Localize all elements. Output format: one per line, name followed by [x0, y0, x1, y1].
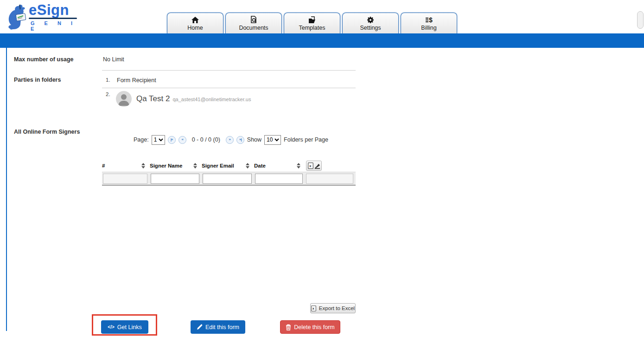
brand-subtitle: G E N I E: [31, 20, 83, 32]
tab-settings[interactable]: Settings: [342, 13, 399, 33]
per-page-label: Folders per Page: [284, 136, 328, 143]
sort-icon[interactable]: [193, 163, 197, 168]
trash-icon: [286, 324, 291, 331]
previous-page-button[interactable]: «: [179, 136, 186, 144]
column-header-signer-name[interactable]: Signer Name: [150, 163, 202, 168]
esign-genie-page: eSign G E N I E Home Documents Templates…: [0, 0, 644, 337]
logo-text: eSign G E N I E: [29, 3, 83, 32]
show-label: Show: [247, 136, 261, 143]
export-label: Export to Excel: [319, 305, 355, 311]
tab-templates[interactable]: Templates: [284, 13, 340, 33]
signers-section-label: All Online Form Signers: [14, 129, 80, 135]
tab-billing[interactable]: $ Billing: [401, 13, 457, 33]
party-name: Qa Test 2qa_astest41@onlinetimetracker.u…: [136, 94, 251, 104]
edit-form-button[interactable]: Edit this form: [191, 320, 245, 334]
table-header-row: # Signer Name Signer Email Date x: [102, 160, 356, 172]
svg-text:x: x: [309, 164, 312, 168]
party-index: 2.: [106, 91, 110, 97]
pagination-bar: Page: 1 |« « 0 - 0 / 0 (0) » »| Show 10 …: [134, 134, 328, 145]
sort-icon[interactable]: [141, 163, 145, 168]
templates-icon: [308, 16, 316, 24]
page-select[interactable]: 1: [152, 135, 165, 145]
party-name-text: Qa Test 2: [136, 94, 170, 103]
tab-label: Documents: [239, 25, 268, 31]
column-label: Date: [254, 163, 266, 168]
home-icon: [191, 16, 199, 24]
code-icon: </>: [108, 324, 114, 330]
header: eSign G E N I E Home Documents Templates…: [0, 0, 644, 33]
person-icon: [116, 91, 132, 107]
documents-icon: [249, 16, 258, 24]
column-label: Signer Email: [202, 163, 234, 168]
party-avatar: [116, 91, 132, 107]
max-usage-value: No Limit: [103, 56, 124, 63]
last-page-button[interactable]: »|: [236, 136, 244, 144]
vertical-scrollbar-thumb[interactable]: [637, 11, 644, 29]
sort-icon[interactable]: [297, 163, 300, 168]
table-filter-row: [102, 172, 356, 186]
column-label: #: [102, 163, 105, 168]
divider: [102, 88, 356, 88]
delete-form-label: Delete this form: [294, 324, 335, 331]
edit-form-label: Edit this form: [205, 324, 239, 331]
grid-toolbar-button[interactable]: x: [306, 161, 322, 171]
column-header-date[interactable]: Date: [254, 163, 305, 168]
genie-mascot-icon: [4, 4, 28, 31]
page-label: Page:: [134, 136, 149, 143]
content-left-border: [6, 48, 7, 331]
tab-documents[interactable]: Documents: [225, 13, 282, 33]
signers-table: # Signer Name Signer Email Date x: [102, 160, 356, 186]
sort-icon[interactable]: [246, 163, 249, 168]
filter-tools-input: [306, 174, 353, 184]
export-to-excel-button[interactable]: x Export to Excel: [310, 303, 356, 313]
per-page-select[interactable]: 10: [264, 135, 281, 145]
billing-icon: $: [425, 16, 433, 24]
excel-file-icon: x: [311, 305, 316, 311]
brand-name: eSign: [29, 3, 83, 17]
party-email: qa_astest41@onlinetimetracker.us: [172, 97, 251, 102]
divider: [102, 70, 356, 71]
brand-underline: [29, 18, 77, 19]
blue-title-bar: [0, 33, 644, 48]
column-label: Signer Name: [150, 163, 182, 168]
max-usage-label: Max number of usage: [14, 56, 74, 63]
page-counter: 0 - 0 / 0 (0): [192, 136, 220, 143]
column-header-number[interactable]: #: [102, 163, 150, 168]
get-links-label: Get Links: [117, 324, 142, 331]
pencil-icon: [197, 324, 203, 330]
tab-label: Billing: [421, 25, 436, 31]
column-header-signer-email[interactable]: Signer Email: [202, 163, 254, 168]
excel-file-icon: x: [308, 162, 313, 169]
party-index: 1.: [106, 77, 110, 83]
clear-filter-icon: [314, 163, 320, 169]
tab-label: Home: [187, 25, 203, 31]
filter-signer-name-input[interactable]: [151, 174, 199, 184]
filter-signer-email-input[interactable]: [203, 174, 252, 184]
party-name: Form Recipient: [117, 77, 156, 84]
next-page-button[interactable]: »: [226, 136, 234, 144]
parties-label: Parties in folders: [14, 77, 61, 83]
main-nav: Home Documents Templates Settings $ Bill…: [167, 13, 457, 33]
first-page-button[interactable]: |«: [168, 136, 176, 144]
delete-form-button[interactable]: Delete this form: [280, 320, 340, 334]
svg-text:$: $: [429, 16, 433, 24]
column-header-tools: x: [305, 161, 356, 171]
tab-home[interactable]: Home: [167, 13, 223, 33]
tab-label: Templates: [299, 25, 325, 31]
filter-date-input[interactable]: [255, 174, 303, 184]
esign-genie-logo[interactable]: eSign G E N I E: [4, 3, 83, 32]
settings-icon: [366, 16, 375, 24]
filter-number-input: [103, 174, 147, 184]
tab-label: Settings: [360, 25, 381, 31]
get-links-button[interactable]: </> Get Links: [101, 320, 148, 334]
